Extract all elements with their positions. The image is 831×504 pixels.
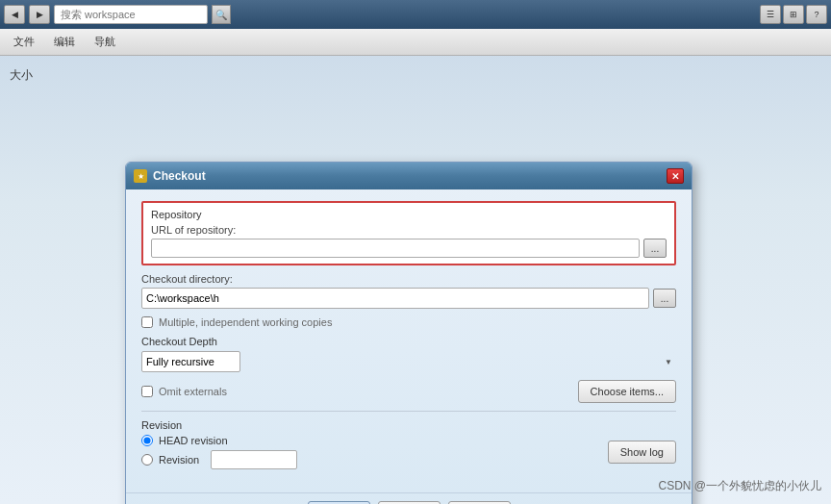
revision-radio-label: Revision — [159, 454, 199, 466]
omit-row: Omit externals Choose items... — [141, 380, 676, 403]
choose-items-button[interactable]: Choose items... — [578, 380, 676, 403]
url-row: ... — [151, 239, 667, 258]
toolbar: 文件 编辑 导航 — [0, 29, 831, 56]
divider — [141, 411, 676, 412]
dialog-footer: OK Cancel Help — [126, 492, 692, 504]
head-radio[interactable] — [141, 435, 153, 446]
titlebar-left: ◀ ▶ 🔍 — [4, 5, 758, 24]
search-button[interactable]: 🔍 — [212, 5, 231, 24]
dir-label: Checkout directory: — [141, 273, 676, 285]
head-radio-row: HEAD revision — [141, 435, 297, 446]
depth-row: Fully recursive Immediate children Only … — [141, 351, 676, 372]
url-browse-button[interactable]: ... — [643, 239, 667, 258]
omit-label: Omit externals — [159, 386, 227, 397]
repository-label: Repository — [151, 209, 667, 220]
toolbar-file[interactable]: 文件 — [8, 33, 40, 51]
depth-section: Checkout Depth Fully recursive Immediate… — [141, 336, 676, 372]
url-input[interactable] — [151, 239, 640, 258]
dir-input[interactable] — [141, 288, 649, 309]
search-input[interactable] — [54, 5, 208, 24]
window-controls: ☰ ⊞ ? — [760, 5, 827, 24]
repository-section: Repository URL of repository: ... — [141, 201, 676, 265]
multiple-checkbox-row: Multiple, independent working copies — [141, 316, 676, 328]
content-area: 大小 ★ Checkout ✕ Repository URL of reposi… — [0, 56, 831, 504]
list-view-button[interactable]: ☰ — [760, 5, 781, 24]
dialog-body: Repository URL of repository: ... Checko… — [126, 189, 692, 489]
toolbar-nav[interactable]: 导航 — [88, 33, 121, 51]
revision-title: Revision — [141, 419, 676, 431]
dialog-title-icon: ★ — [134, 169, 147, 183]
multiple-label: Multiple, independent working copies — [159, 316, 332, 328]
back-button[interactable]: ◀ — [4, 5, 25, 24]
grid-view-button[interactable]: ⊞ — [783, 5, 804, 24]
revision-radio[interactable] — [141, 454, 153, 466]
multiple-checkbox[interactable] — [141, 316, 153, 328]
dialog-close-button[interactable]: ✕ — [667, 168, 684, 184]
dialog-titlebar: ★ Checkout ✕ — [126, 163, 692, 189]
dir-browse-button[interactable]: ... — [653, 289, 676, 308]
revision-options: HEAD revision Revision — [141, 435, 297, 469]
revision-number-input[interactable] — [211, 450, 297, 469]
revision-radio-row: Revision — [141, 450, 297, 469]
omit-checkbox[interactable] — [141, 386, 153, 397]
toolbar-edit[interactable]: 编辑 — [48, 33, 81, 51]
titlebar: ◀ ▶ 🔍 ☰ ⊞ ? — [0, 0, 831, 29]
url-label: URL of repository: — [151, 224, 667, 236]
help-button[interactable]: ? — [806, 5, 827, 24]
csdn-watermark: CSDN @一个外貌忧虑的小伙儿 — [658, 478, 821, 494]
head-radio-label: HEAD revision — [159, 435, 228, 446]
dir-row: ... — [141, 288, 676, 309]
title-icon-symbol: ★ — [138, 172, 144, 181]
forward-button[interactable]: ▶ — [29, 5, 50, 24]
depth-select-wrapper: Fully recursive Immediate children Only … — [141, 351, 676, 372]
revision-section: Revision HEAD revision Revision Sh — [141, 419, 676, 469]
checkout-dir-section: Checkout directory: ... — [141, 273, 676, 309]
omit-left: Omit externals — [141, 386, 227, 397]
dialog-title: Checkout — [153, 169, 661, 183]
show-log-button[interactable]: Show log — [608, 441, 676, 464]
size-label: 大小 — [10, 67, 33, 84]
depth-label: Checkout Depth — [141, 336, 676, 347]
revision-row: HEAD revision Revision Show log — [141, 435, 676, 469]
checkout-dialog: ★ Checkout ✕ Repository URL of repositor… — [125, 162, 692, 504]
depth-select[interactable]: Fully recursive Immediate children Only … — [141, 351, 240, 372]
